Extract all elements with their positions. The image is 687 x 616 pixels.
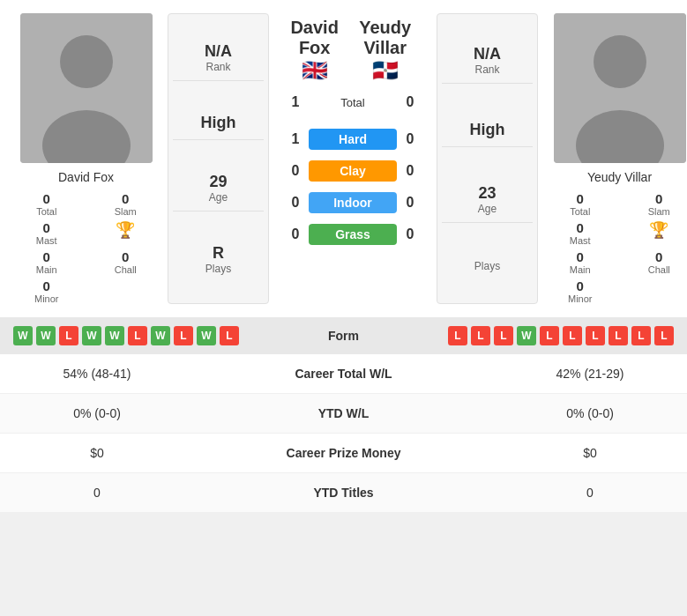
left-chall-label: Chall [115, 264, 137, 275]
right-age-label: Age [478, 203, 497, 215]
career-stat-row-1: 0% (0-0)YTD W/L0% (0-0) [0, 394, 687, 434]
left-trophy-icon: 🏆 [116, 220, 135, 240]
left-form-badge-l: L [59, 326, 78, 345]
players-section: David Fox 0 Total 0 Slam 0 Mast 🏆 [0, 0, 687, 317]
right-minor-value: 0 [577, 278, 584, 293]
right-player-avatar [554, 13, 686, 163]
left-form-badge-l: L [174, 326, 193, 345]
left-age-label: Age [209, 191, 228, 204]
right-age-item: 23 Age [442, 177, 533, 223]
left-slam-value: 0 [122, 191, 129, 206]
right-form-badge-l: L [563, 326, 582, 345]
left-form-badge-w: W [197, 326, 216, 345]
left-form-badge-w: W [13, 326, 33, 345]
right-level-item: High [442, 114, 533, 147]
right-total-stat: 0 Total [542, 191, 618, 217]
left-chall-value: 0 [122, 249, 129, 264]
left-total-stat: 0 Total [9, 191, 85, 217]
career-stat-label-2: Career Prize Money [176, 446, 511, 460]
career-stat-right-2: $0 [511, 446, 669, 460]
clay-row: 0 Clay 0 [273, 160, 432, 182]
right-chall-stat: 0 Chall [622, 249, 688, 275]
right-minor-stat: 0 Minor [542, 278, 618, 304]
left-form-badge-w: W [36, 326, 56, 345]
left-main-stat: 0 Main [9, 249, 85, 275]
right-chall-label: Chall [648, 264, 670, 275]
right-flag: 🇩🇴 [372, 58, 399, 83]
total-right: 0 [397, 94, 423, 110]
indoor-right-score: 0 [397, 195, 423, 211]
left-main-value: 0 [43, 249, 50, 264]
right-minor-label: Minor [568, 293, 593, 304]
right-form-badge-l: L [586, 326, 605, 345]
left-form-badge-l: L [128, 326, 147, 345]
form-label: Form [328, 329, 359, 343]
left-form-badge-w: W [105, 326, 124, 345]
career-stat-right-3: 0 [511, 486, 669, 500]
career-stat-label-1: YTD W/L [176, 406, 511, 420]
right-level-value: High [470, 121, 505, 139]
left-plays-item: R Plays [173, 237, 264, 282]
left-plays-value: R [213, 244, 224, 263]
grass-badge: Grass [309, 224, 397, 245]
left-plays-label: Plays [205, 263, 231, 275]
left-mast-stat: 0 Mast [9, 220, 85, 246]
hard-left-score: 1 [282, 131, 309, 147]
left-player-avatar [20, 13, 153, 163]
right-main-value: 0 [577, 249, 584, 264]
right-trophy-stat: 🏆 [622, 220, 688, 246]
grass-left-score: 0 [282, 226, 309, 242]
right-slam-value: 0 [655, 191, 662, 206]
left-level-value: High [201, 114, 236, 132]
right-plays-label: Plays [474, 260, 500, 272]
right-form-badge-l: L [540, 326, 559, 345]
left-age-value: 29 [209, 173, 227, 191]
right-player-name: Yeudy Villar [587, 170, 652, 184]
right-mast-value: 0 [577, 220, 584, 235]
career-stat-row-3: 0YTD Titles0 [0, 473, 687, 513]
total-label: Total [340, 96, 364, 109]
hard-right-score: 0 [397, 131, 423, 147]
right-form-badges: LLLWLLLLLL [448, 326, 674, 345]
career-stat-row-2: $0Career Prize Money$0 [0, 434, 687, 473]
total-row: 1 Total 0 [273, 90, 432, 115]
left-rank-value: N/A [205, 42, 232, 61]
left-chall-stat: 0 Chall [88, 249, 164, 275]
right-rank-item: N/A Rank [442, 38, 533, 84]
right-player-stats: 0 Total 0 Slam 0 Mast 🏆 0 Main [542, 191, 687, 304]
form-section: WWLWWLWLWL Form LLLWLLLLLL [0, 317, 687, 354]
left-player-stats: 0 Total 0 Slam 0 Mast 🏆 0 Main [9, 191, 163, 304]
right-trophy-icon: 🏆 [649, 220, 668, 240]
clay-left-score: 0 [282, 163, 309, 179]
career-stat-left-0: 54% (48-41) [18, 367, 176, 381]
grass-right-score: 0 [397, 226, 423, 242]
left-main-label: Main [36, 264, 57, 275]
left-flag: 🇬🇧 [302, 58, 328, 83]
main-container: David Fox 0 Total 0 Slam 0 Mast 🏆 [0, 0, 687, 513]
left-minor-stat: 0 Minor [9, 278, 85, 304]
right-main-stat: 0 Main [542, 249, 618, 275]
right-player-title: Yeudy Villar [347, 18, 423, 58]
right-age-value: 23 [478, 184, 496, 203]
indoor-badge: Indoor [309, 192, 397, 213]
right-slam-stat: 0 Slam [622, 191, 688, 217]
indoor-left-score: 0 [282, 195, 309, 211]
right-form-badge-l: L [494, 326, 513, 345]
right-form-badge-l: L [609, 326, 628, 345]
career-stat-left-3: 0 [18, 486, 176, 500]
right-form-badge-l: L [448, 326, 467, 345]
right-rank-label: Rank [474, 63, 499, 76]
left-minor-value: 0 [43, 278, 50, 293]
right-form-badge-l: L [654, 326, 674, 345]
career-stat-label-0: Career Total W/L [176, 367, 511, 381]
left-middle-stats: N/A Rank High 29 Age R Plays [168, 13, 269, 304]
right-form-badge-w: W [517, 326, 536, 345]
career-stat-left-2: $0 [18, 446, 176, 460]
hard-badge: Hard [309, 129, 397, 150]
career-stat-left-1: 0% (0-0) [18, 406, 176, 420]
clay-right-score: 0 [397, 163, 423, 179]
svg-point-1 [60, 35, 113, 88]
left-minor-label: Minor [34, 293, 59, 304]
indoor-row: 0 Indoor 0 [273, 192, 432, 213]
left-player-title: David Fox [282, 18, 347, 58]
